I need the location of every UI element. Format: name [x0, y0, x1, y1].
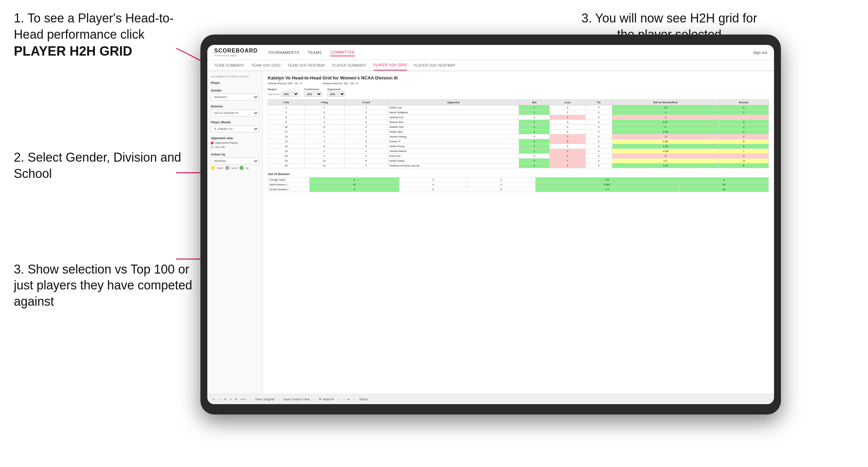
cell-conf: 2 [344, 154, 388, 159]
cell-diff: -1 [612, 115, 719, 120]
cell-reg: 6 [304, 125, 344, 130]
toolbar-redo[interactable]: ↺ [224, 398, 227, 401]
toolbar-save-view[interactable]: Save Custom View [283, 398, 310, 401]
cell-team: Foreign Team [268, 178, 310, 182]
top-100-radio[interactable] [211, 146, 214, 149]
cell-win: 1 [519, 130, 550, 134]
toolbar-expand[interactable]: ⤢ [229, 398, 232, 401]
cell-win: 1 [310, 178, 399, 182]
sub-nav-player-summary[interactable]: PLAYER SUMMARY [332, 61, 366, 70]
col-opponent: Opponent [388, 100, 519, 105]
cell-opponent: Sydney Kuo [388, 115, 519, 120]
cell-reg: 7 [304, 139, 344, 144]
cell-opponent: Alexis Sudijanto [388, 110, 519, 115]
cell-div: 20 [268, 163, 304, 168]
level-dot [225, 166, 229, 170]
opponents-played-option[interactable]: Opponents Played [211, 141, 259, 144]
sub-nav-player-h2h-grid[interactable]: PLAYER H2H GRID [374, 60, 407, 70]
cell-reg: 10 [304, 159, 344, 163]
colour-legend: Down Level Up [211, 166, 259, 170]
toolbar-swap[interactable]: ⟳ [235, 398, 238, 401]
down-label: Down [217, 167, 223, 169]
cell-win: 1 [519, 149, 550, 154]
cell-team: NCAA Division 2 [268, 187, 310, 192]
cell-loss: 0 [550, 144, 586, 149]
sub-nav-team-h2h-heatmap[interactable]: TEAM H2H HEATMAP [287, 61, 325, 70]
cell-div: 6 [268, 115, 304, 120]
sub-nav-player-h2h-heatmap[interactable]: PLAYER H2H HEATMAP [414, 61, 456, 70]
table-row: 5 2 2 Alexis Sudijanto 1 0 0 4 3 [268, 110, 769, 115]
col-win: Win [519, 100, 550, 105]
cell-reg: 1 [304, 149, 344, 154]
opponent-select[interactable]: (All) [327, 92, 345, 97]
cell-win: 0 [519, 115, 550, 120]
gender-select[interactable]: Women's [211, 94, 259, 101]
toolbar-watch[interactable]: 👁 Watch ▾ [319, 398, 334, 401]
division-select[interactable]: NCAA Division III [211, 109, 259, 116]
toolbar-reset[interactable]: ↩↪ [240, 398, 246, 401]
table-row: 18 2 2 Euna Lee 0 2 0 -5 2 [268, 154, 769, 159]
cell-diff: 9.267 [535, 182, 679, 187]
cell-diff: 1.33 [612, 163, 719, 168]
conference-filter-label: Conference [304, 88, 322, 91]
nav-sign-out[interactable]: Sign out [753, 50, 767, 55]
last-updated: Last Updated: 27/03/2024 16:55:38 [211, 75, 259, 78]
filter-row: Region Opponents: (All) Conference [268, 88, 769, 97]
cell-reg: 2 [304, 154, 344, 159]
main-content: Last Updated: 27/03/2024 16:55:38 Player… [207, 71, 774, 394]
toolbar-undo[interactable]: ↩ [213, 398, 215, 401]
cell-opponent: Andrea York [388, 125, 519, 130]
cell-conf: 3 [344, 125, 388, 130]
player-rank-select[interactable]: 8. Katelyn Vo [211, 125, 259, 132]
nav-committee[interactable]: COMMITTEE [330, 49, 355, 56]
cell-conf: 5 [344, 144, 388, 149]
opponent-view-label: Opponent view [211, 136, 259, 140]
col-div: # Div [268, 100, 304, 105]
colour-by-select[interactable]: Win/loss [211, 158, 259, 164]
opponents-played-radio[interactable] [211, 142, 214, 144]
cell-opponent: Emily Chang [388, 159, 519, 163]
up-dot [239, 166, 244, 170]
cell-win: 15 [310, 182, 399, 187]
cell-loss: 1 [550, 159, 586, 163]
toolbar-share[interactable]: Share [359, 398, 368, 401]
cell-tie: 0 [585, 159, 612, 163]
top-100-option[interactable]: Top 100 [211, 145, 259, 149]
table-row: 13 1 1 Jessica Huang 0 2 0 -3 2 [268, 134, 769, 139]
grid-title: Katelyn Vo Head-to-Head Grid for Women's… [268, 75, 769, 80]
cell-loss: 0 [550, 105, 586, 110]
opponent-filter-label: Opponent [327, 88, 345, 91]
out-of-division-section: Out of division Foreign Team 1 0 0 4.5 2… [268, 172, 769, 192]
cell-loss: 2 [550, 149, 586, 154]
toolbar-cols[interactable]: ⇔ [347, 398, 350, 401]
toolbar-back[interactable]: ← [218, 398, 221, 401]
down-dot [211, 166, 215, 170]
nav-tournaments[interactable]: TOURNAMENTS [268, 49, 299, 56]
toolbar-view-original[interactable]: View: Original [255, 398, 274, 401]
nav-teams[interactable]: TEAMS [308, 49, 322, 56]
cell-diff: -0.94 [612, 149, 719, 154]
toolbar-rows[interactable]: ↕ [343, 398, 345, 401]
cell-diff: 4 [612, 110, 719, 115]
cell-div: 11 [268, 130, 304, 134]
cell-rounds: 7 [719, 149, 768, 154]
region-select[interactable]: (All) [281, 92, 299, 97]
nav-items: TOURNAMENTS TEAMS COMMITTEE [268, 49, 743, 56]
grid-records: Overall Record: 353 - 34 - 6 Division Re… [268, 82, 769, 85]
conference-select[interactable]: (All) [304, 92, 322, 97]
sub-nav-team-summary[interactable]: TEAM SUMMARY [214, 61, 245, 70]
step2-text: 2. Select Gender, Division and School [14, 150, 181, 181]
table-row: 3 1 1 Esther Lee 1 0 0 1.5 4 [268, 105, 769, 110]
col-loss: Loss [550, 100, 586, 105]
out-of-division-label: Out of division [268, 172, 769, 176]
cell-opponent: Jessica Mason [388, 149, 519, 154]
region-filter-group: Region Opponents: (All) [268, 88, 299, 97]
sub-nav-team-h2h-grid[interactable]: TEAM H2H GRID [252, 61, 281, 70]
table-row: 14 7 4 Eunice Yi 2 2 0 0.38 9 [268, 139, 769, 144]
table-row: 9 1 4 Sharon Mun 1 0 0 3.67 3 [268, 120, 769, 125]
player-section: Player [211, 81, 259, 85]
col-rounds: Rounds [719, 100, 768, 105]
cell-loss: 2 [550, 134, 586, 139]
cell-opponent: Euna Lee [388, 154, 519, 159]
cell-win: 0 [519, 154, 550, 159]
